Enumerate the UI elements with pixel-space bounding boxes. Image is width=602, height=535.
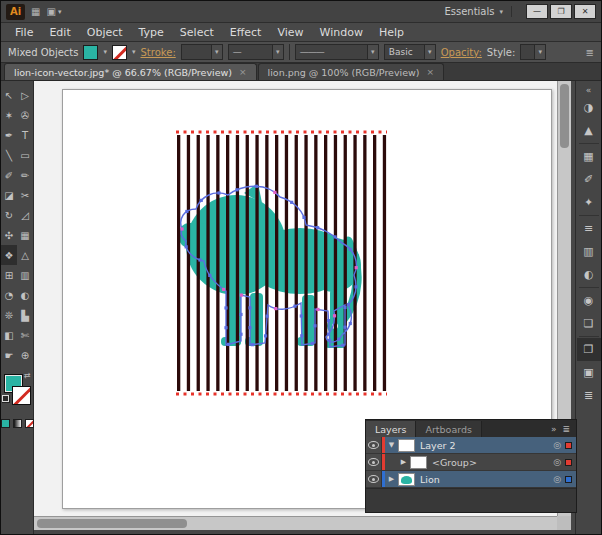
layer-selection-indicator[interactable] [565, 476, 572, 483]
menu-view[interactable]: View [269, 26, 311, 39]
layer-selection-indicator[interactable] [565, 459, 572, 466]
document-tab-active[interactable]: lion-icon-vector.jpg* @ 66.67% (RGB/Prev… [4, 63, 257, 80]
menu-edit[interactable]: Edit [41, 26, 78, 39]
selection-tool[interactable]: ↖ [1, 85, 17, 105]
perspective-grid-tool[interactable]: △ [17, 245, 33, 265]
stroke-swatch[interactable] [12, 386, 31, 405]
symbols-panel-icon[interactable]: ✦ [577, 191, 601, 214]
swap-fill-stroke-icon[interactable]: ⇄ [24, 371, 31, 380]
layer-thumbnail[interactable] [398, 473, 415, 486]
zoom-tool[interactable]: ⊕ [17, 345, 33, 365]
expand-arrow-icon[interactable]: ▶ [397, 458, 410, 466]
fill-color-swatch[interactable] [83, 45, 98, 60]
hand-tool[interactable]: ☛ [1, 345, 17, 365]
minimize-button[interactable]: — [526, 4, 548, 19]
direct-selection-tool[interactable]: ▷ [17, 85, 33, 105]
lion-artwork[interactable] [174, 129, 389, 397]
color-mode-button[interactable] [1, 419, 10, 428]
maximize-button[interactable]: ❐ [550, 4, 572, 19]
color-guide-panel-icon[interactable]: ▲ [577, 119, 601, 142]
target-icon[interactable]: ◎ [553, 440, 561, 450]
lasso-tool[interactable]: ✇ [17, 105, 33, 125]
stroke-panel-link[interactable]: Stroke: [141, 47, 176, 58]
variable-width-profile-select[interactable]: — ▾ [228, 44, 284, 60]
width-tool[interactable]: ✣ [1, 225, 17, 245]
layer-thumbnail[interactable] [410, 456, 427, 469]
dock-collapse-icon[interactable]: « [586, 83, 592, 96]
control-panel-menu-icon[interactable]: ≣ [586, 47, 594, 58]
expand-arrow-icon[interactable]: ▶ [385, 475, 398, 483]
stroke-dropdown-arrow[interactable]: ▾ [132, 48, 136, 56]
style-select[interactable]: ▾ [520, 44, 546, 60]
panel-collapse-icon[interactable]: » [551, 424, 557, 434]
fill-dropdown-arrow[interactable]: ▾ [103, 48, 107, 56]
gradient-tool[interactable]: ▥ [17, 265, 33, 285]
shape-builder-tool[interactable]: ❖ [1, 245, 17, 265]
horizontal-scrollbar-thumb[interactable] [37, 519, 187, 528]
menu-window[interactable]: Window [312, 26, 371, 39]
vertical-scrollbar-thumb[interactable] [560, 84, 569, 148]
appearance-panel-icon[interactable]: ◉ [577, 289, 601, 312]
layer-name[interactable]: Lion [420, 474, 553, 485]
eraser-tool[interactable]: ◪ [1, 185, 17, 205]
menu-type[interactable]: Type [131, 26, 172, 39]
panel-menu-icon[interactable]: ≣ [562, 424, 570, 434]
brush-name-select[interactable]: Basic ▾ [384, 44, 436, 60]
rectangle-tool[interactable]: ▭ [17, 145, 33, 165]
none-mode-button[interactable] [25, 419, 34, 428]
scale-tool[interactable]: ◿ [17, 205, 33, 225]
symbol-sprayer-tool[interactable]: ❊ [1, 305, 17, 325]
expand-arrow-icon[interactable]: ▼ [385, 441, 398, 449]
swatches-panel-icon[interactable]: ▦ [577, 145, 601, 168]
line-segment-tool[interactable]: ╲ [1, 145, 17, 165]
gradient-mode-button[interactable] [13, 419, 22, 428]
menu-select[interactable]: Select [172, 26, 222, 39]
close-button[interactable]: ✕ [574, 4, 596, 19]
artboards-panel-icon[interactable]: ▣ [577, 361, 601, 384]
rotate-tool[interactable]: ↻ [1, 205, 17, 225]
menu-file[interactable]: File [7, 26, 41, 39]
horizontal-scrollbar[interactable] [34, 516, 557, 530]
gradient-panel-icon[interactable]: ▥ [577, 240, 601, 263]
opacity-link[interactable]: Opacity: [441, 47, 482, 58]
scissors-tool[interactable]: ✂ [17, 185, 33, 205]
menu-help[interactable]: Help [371, 26, 412, 39]
align-panel-icon[interactable]: ≣ [577, 384, 601, 407]
pencil-tool[interactable]: ✏ [17, 165, 33, 185]
visibility-toggle[interactable] [366, 471, 382, 487]
visibility-toggle[interactable] [366, 437, 382, 453]
paintbrush-tool[interactable]: ✐ [1, 165, 17, 185]
type-tool[interactable]: T [17, 125, 33, 145]
layer-row-lion[interactable]: ▶ Lion ◎ [366, 471, 576, 488]
close-icon[interactable]: × [427, 67, 435, 77]
stroke-panel-icon[interactable]: ≡ [577, 217, 601, 240]
layer-row-group[interactable]: ▶ <Group> ◎ [366, 454, 576, 471]
brush-preview-select[interactable]: ——— ▾ [295, 44, 379, 60]
tab-layers[interactable]: Layers [366, 421, 416, 437]
visibility-toggle[interactable] [366, 454, 382, 470]
transparency-panel-icon[interactable]: ◐ [577, 263, 601, 286]
column-graph-tool[interactable]: ▙ [17, 305, 33, 325]
tab-artboards[interactable]: Artboards [416, 421, 482, 437]
graphic-styles-panel-icon[interactable]: ❏ [577, 312, 601, 335]
layer-row-layer2[interactable]: ▼ Layer 2 ◎ [366, 437, 576, 454]
layer-thumbnail[interactable] [398, 439, 415, 452]
artboard-tool[interactable]: ◧ [1, 325, 17, 345]
layer-name[interactable]: Layer 2 [420, 440, 553, 451]
target-icon[interactable]: ◎ [553, 474, 561, 484]
stroke-color-swatch[interactable] [112, 45, 127, 60]
target-icon[interactable]: ◎ [553, 457, 561, 467]
workspace-switcher[interactable]: Essentials ▾ [444, 6, 512, 17]
layer-name[interactable]: <Group> [432, 457, 553, 468]
brushes-panel-icon[interactable]: ✐ [577, 168, 601, 191]
menu-effect[interactable]: Effect [222, 26, 270, 39]
blend-tool[interactable]: ◐ [17, 285, 33, 305]
slice-tool[interactable]: ✄ [17, 325, 33, 345]
default-fill-stroke-icon[interactable] [2, 395, 10, 403]
free-transform-tool[interactable]: ▦ [17, 225, 33, 245]
pen-tool[interactable]: ✒ [1, 125, 17, 145]
layers-panel-icon[interactable]: ❐ [577, 338, 601, 361]
mesh-tool[interactable]: ⊞ [1, 265, 17, 285]
magic-wand-tool[interactable]: ✶ [1, 105, 17, 125]
layer-selection-indicator[interactable] [565, 442, 572, 449]
